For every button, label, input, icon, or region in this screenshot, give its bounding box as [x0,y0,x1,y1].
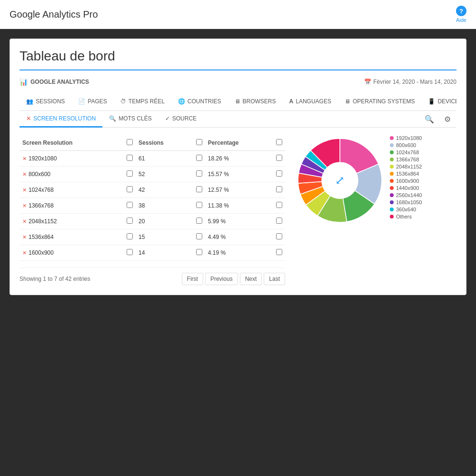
cell-res-check[interactable] [124,151,136,167]
donut-center[interactable]: ⤢ [323,164,357,197]
cell-sess-check[interactable] [193,198,205,214]
select-all-pct[interactable] [276,139,282,145]
cell-res-check[interactable] [124,214,136,229]
tab-screen-resolution[interactable]: ✕ SCREEN RESOLUTION [20,111,102,128]
cell-sess-check[interactable] [193,245,205,261]
row-checkbox-res[interactable] [127,155,133,161]
row-checkbox-pct[interactable] [276,218,282,224]
legend-label: 1680x1050 [396,199,422,205]
cell-res-check[interactable] [124,167,136,182]
tab-languages[interactable]: A LANGUAGES [283,93,338,111]
row-checkbox-pct[interactable] [276,170,282,177]
cell-pct-check[interactable] [273,151,285,167]
cell-res-check[interactable] [124,198,136,214]
tab-sessions[interactable]: 👥 SESSIONS [20,93,71,111]
tab-temps-reel[interactable]: ⏱ TEMPS RÉEL [114,93,171,111]
row-checkbox-sess[interactable] [196,202,202,208]
row-checkbox-sess[interactable] [196,186,202,192]
previous-page-button[interactable]: Previous [205,273,238,285]
cell-sess-check[interactable] [193,214,205,229]
legend-dot [390,193,394,197]
cell-sess-check[interactable] [193,167,205,182]
cell-sess-check[interactable] [193,182,205,198]
pagination-row: Showing 1 to 7 of 42 entries First Previ… [20,268,285,285]
legend-label: Others [396,214,412,219]
tab-browsers[interactable]: 🖥 BROWSERS [228,93,283,111]
cell-pct-check[interactable] [273,198,285,214]
settings-icon-btn[interactable]: ⚙ [440,112,455,126]
cell-sess-check[interactable] [193,151,205,167]
legend-dot [390,200,394,204]
cell-pct-check[interactable] [273,182,285,198]
cell-resolution: ✕1024x768 [20,182,124,198]
cell-sess-check[interactable] [193,229,205,245]
donut-container: ⤢ [295,135,385,226]
cell-res-check[interactable] [124,182,136,198]
row-checkbox-res[interactable] [127,218,133,224]
col-resolution: Screen Resolution [20,135,124,151]
row-checkbox-pct[interactable] [276,249,282,255]
tab-mots-cles[interactable]: 🔍 MOTS CLÉS [102,111,158,128]
cell-resolution: ✕1600x900 [20,245,124,261]
chart-legend: 1920x1080 800x600 1024x768 1366x768 2048… [390,135,422,221]
row-checkbox-res[interactable] [127,233,133,239]
row-checkbox-res[interactable] [127,249,133,255]
app-title: Google Analytics Pro [10,9,98,20]
row-checkbox-res[interactable] [127,186,133,192]
cell-pct-check[interactable] [273,229,285,245]
legend-label: 2048x1152 [396,164,422,169]
cell-pct-check[interactable] [273,167,285,182]
legend-item: 2048x1152 [390,164,422,169]
cell-pct-check[interactable] [273,214,285,229]
legend-label: 2560x1440 [396,192,422,198]
row-x-icon: ✕ [22,203,27,208]
row-checkbox-pct[interactable] [276,233,282,239]
row-checkbox-pct[interactable] [276,186,282,192]
row-checkbox-sess[interactable] [196,155,202,161]
last-page-button[interactable]: Last [264,273,285,285]
help-icon: ? [456,6,466,16]
cell-resolution: ✕1920x1080 [20,151,124,167]
row-checkbox-pct[interactable] [276,202,282,208]
pages-icon: 📄 [78,98,85,105]
legend-item: 1600x900 [390,178,422,184]
main-container: Tableau de bord 📊 GOOGLE ANALYTICS 📅 Fév… [10,39,466,295]
tab-operating-systems[interactable]: 🖥 OPERATING SYSTEMS [338,93,421,111]
help-button[interactable]: ? Aide [456,6,466,23]
next-page-button[interactable]: Next [240,273,262,285]
row-checkbox-pct[interactable] [276,155,282,161]
cell-percentage: 11.38 % [205,198,273,214]
legend-dot [390,208,394,211]
row-x-icon: ✕ [22,234,27,240]
row-checkbox-sess[interactable] [196,249,202,255]
legend-item: 1536x864 [390,171,422,177]
row-checkbox-sess[interactable] [196,218,202,224]
row-checkbox-res[interactable] [127,170,133,177]
row-x-icon: ✕ [22,171,27,177]
legend-label: 1536x864 [396,171,419,177]
cell-res-check[interactable] [124,229,136,245]
row-checkbox-sess[interactable] [196,170,202,177]
row-checkbox-sess[interactable] [196,233,202,239]
legend-label: 1024x768 [396,149,419,155]
tab-pages[interactable]: 📄 PAGES [71,93,113,111]
content-area: Screen Resolution Sessions Percentage ✕1… [20,135,456,285]
select-all-res[interactable] [127,139,133,145]
table-row: ✕1920x1080 61 18.26 % [20,151,285,167]
tab-devices[interactable]: 📱 DEVICES [421,93,456,111]
cell-sessions: 14 [136,245,193,261]
select-all-sess[interactable] [196,139,202,145]
first-page-button[interactable]: First [182,273,203,285]
cell-res-check[interactable] [124,245,136,261]
help-label: Aide [456,17,466,23]
tab-countries[interactable]: 🌐 COUNTRIES [171,93,228,111]
col-res-check [124,135,136,151]
cell-pct-check[interactable] [273,245,285,261]
row-checkbox-res[interactable] [127,202,133,208]
legend-dot [390,165,394,169]
search-icon-btn[interactable]: 🔍 [422,112,436,126]
tab-source[interactable]: ✓ SOURCE [159,111,203,128]
cell-resolution: ✕2048x1152 [20,214,124,229]
legend-label: 800x600 [396,142,416,148]
tabs-secondary-left: ✕ SCREEN RESOLUTION 🔍 MOTS CLÉS ✓ SOURCE [20,111,203,127]
